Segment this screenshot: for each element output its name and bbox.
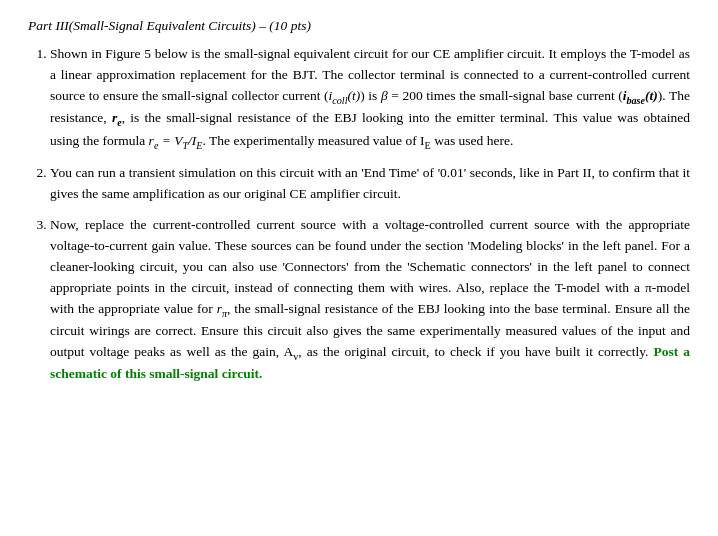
list-item-1: Shown in Figure 5 below is the small-sig… xyxy=(50,44,690,153)
part-heading-text: Part III(Small-Signal Equivalent Circuit… xyxy=(28,18,311,33)
formula-re: re = VT/IE xyxy=(149,133,203,148)
rpi-var: rπ xyxy=(217,301,227,316)
green-link-text: Post a schematic of this small-signal ci… xyxy=(50,344,690,381)
re-var: re xyxy=(112,110,122,125)
ibase-var: ibase(t) xyxy=(623,88,658,103)
icoll-var: icoll(t) xyxy=(329,88,361,103)
list-item-3: Now, replace the current-controlled curr… xyxy=(50,215,690,385)
part-heading: Part III(Small-Signal Equivalent Circuit… xyxy=(28,18,690,34)
list-item-2: You can run a transient simulation on th… xyxy=(50,163,690,205)
question-list: Shown in Figure 5 below is the small-sig… xyxy=(50,44,690,385)
beta-var: β xyxy=(381,88,388,103)
